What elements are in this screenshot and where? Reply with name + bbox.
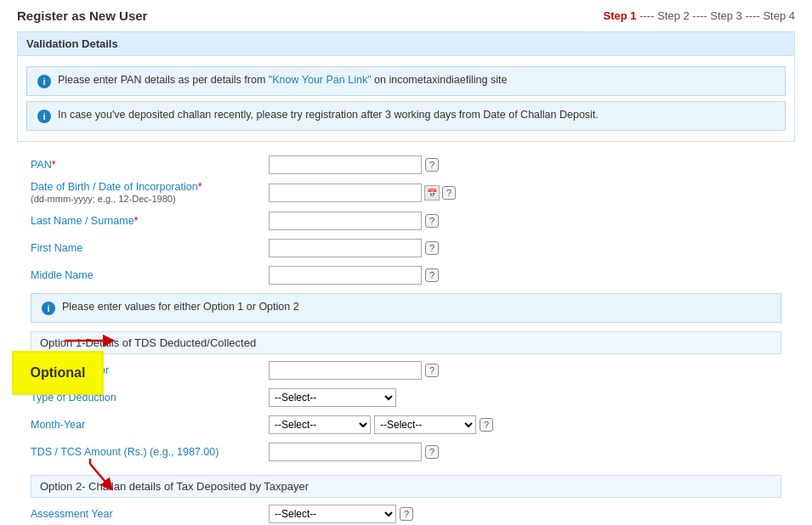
first-name-help-icon[interactable]: ?	[425, 241, 439, 255]
year-select[interactable]: --Select--	[374, 415, 476, 434]
page-wrapper: Register as New User Step 1 ---- Step 2 …	[0, 0, 812, 525]
assessment-year-select[interactable]: --Select--	[269, 505, 396, 523]
challan-arrow-annotation	[65, 459, 116, 495]
pan-row: PAN* ?	[31, 154, 781, 176]
month-year-help-icon[interactable]: ?	[480, 418, 493, 432]
tan-help-icon[interactable]: ?	[425, 364, 439, 377]
middle-name-label: Middle Name	[31, 269, 269, 281]
type-deduction-row: Type of Deduction --Select--	[31, 387, 781, 409]
last-name-control: ?	[269, 212, 439, 230]
type-deduction-control: --Select--	[269, 388, 396, 407]
month-year-inputs: --Select-- --Select-- ?	[269, 415, 493, 434]
option1-header: Option 1-Details of TDS Deducted/Collect…	[31, 331, 781, 354]
dob-row: Date of Birth / Date of Incorporation* (…	[31, 181, 781, 205]
option-info-icon: i	[42, 302, 55, 315]
info-text-1: Please enter PAN details as per details …	[58, 74, 507, 86]
calendar-icon[interactable]: 📅	[424, 185, 440, 200]
tds-amount-input[interactable]	[269, 443, 422, 461]
sep3: ----	[742, 9, 764, 22]
info-icon-1: i	[37, 75, 51, 88]
middle-name-row: Middle Name ?	[31, 264, 781, 286]
step1: Step 1	[604, 9, 637, 22]
info-box-1: i Please enter PAN details as per detail…	[26, 66, 786, 96]
last-name-help-icon[interactable]: ?	[425, 214, 439, 228]
pan-control: ?	[269, 155, 439, 174]
header-row: Register as New User Step 1 ---- Step 2 …	[17, 8, 795, 23]
assessment-year-help-icon[interactable]: ?	[400, 507, 413, 521]
month-year-label: Month-Year	[31, 419, 269, 431]
assessment-year-row: Assessment Year --Select-- ?	[31, 503, 781, 525]
info-box-2: i In case you've deposited challan recen…	[26, 101, 786, 131]
sep2: ----	[690, 9, 711, 22]
type-deduction-select[interactable]: --Select--	[269, 388, 396, 407]
month-year-row: Month-Year --Select-- --Select-- ?	[31, 414, 781, 436]
know-your-pan-link[interactable]: "Know Your Pan Link"	[269, 74, 372, 86]
info-icon-2: i	[37, 110, 51, 123]
tan-arrow-annotation	[65, 335, 116, 349]
first-name-input[interactable]	[269, 239, 422, 257]
option2-header: Option 2- Challan details of Tax Deposit…	[31, 475, 781, 498]
page-title: Register as New User	[17, 8, 147, 23]
step3: Step 3	[710, 9, 742, 22]
optional-annotation: Optional	[12, 351, 104, 395]
main-form: PAN* ? Date of Birth / Date of Incorpora…	[17, 149, 795, 525]
dob-label: Date of Birth / Date of Incorporation* (…	[31, 181, 269, 205]
last-name-row: Last Name / Surname* ?	[31, 210, 781, 232]
dob-help-icon[interactable]: ?	[442, 186, 456, 200]
tds-amount-help-icon[interactable]: ?	[425, 445, 439, 459]
tds-amount-label: TDS / TCS Amount (Rs.) (e.g., 1987.00)	[31, 446, 269, 458]
first-name-row: First Name ?	[31, 237, 781, 259]
month-select[interactable]: --Select--	[269, 415, 371, 434]
option-info-text: Please enter values for either Option 1 …	[62, 301, 299, 313]
pan-label: PAN*	[31, 159, 269, 171]
step2: Step 2	[657, 9, 690, 22]
info-text-2: In case you've deposited challan recentl…	[58, 109, 599, 121]
first-name-control: ?	[269, 239, 439, 257]
challan-arrow-svg	[65, 459, 116, 493]
step4: Step 4	[763, 9, 795, 22]
middle-name-help-icon[interactable]: ?	[425, 268, 439, 282]
first-name-label: First Name	[31, 242, 269, 254]
pan-input[interactable]	[269, 155, 422, 174]
dob-input[interactable]	[269, 183, 422, 202]
validation-section: Validation Details i Please enter PAN de…	[17, 31, 795, 142]
assessment-year-control: --Select-- ?	[269, 505, 413, 523]
sep1: ----	[637, 9, 658, 22]
date-input-wrapper: 📅 ?	[269, 183, 456, 202]
validation-header: Validation Details	[18, 32, 794, 56]
option-info-box: i Please enter values for either Option …	[31, 293, 781, 323]
middle-name-input[interactable]	[269, 266, 422, 285]
tan-input[interactable]	[269, 361, 422, 380]
tds-amount-row: TDS / TCS Amount (Rs.) (e.g., 1987.00) ?	[31, 441, 781, 463]
svg-line-4	[90, 464, 109, 486]
month-year-control: --Select-- --Select-- ?	[269, 415, 493, 434]
last-name-input[interactable]	[269, 212, 422, 230]
pan-help-icon[interactable]: ?	[425, 158, 439, 172]
tan-control: ?	[269, 361, 439, 380]
tan-row: TAN of Deductor ?	[31, 359, 781, 381]
assessment-year-label: Assessment Year	[31, 508, 269, 520]
tan-arrow-svg	[65, 335, 116, 347]
dob-control: 📅 ?	[269, 183, 456, 202]
last-name-label: Last Name / Surname*	[31, 215, 269, 227]
tds-amount-control: ?	[269, 443, 439, 461]
steps-bar: Step 1 ---- Step 2 ---- Step 3 ---- Step…	[604, 9, 795, 22]
middle-name-control: ?	[269, 266, 439, 285]
